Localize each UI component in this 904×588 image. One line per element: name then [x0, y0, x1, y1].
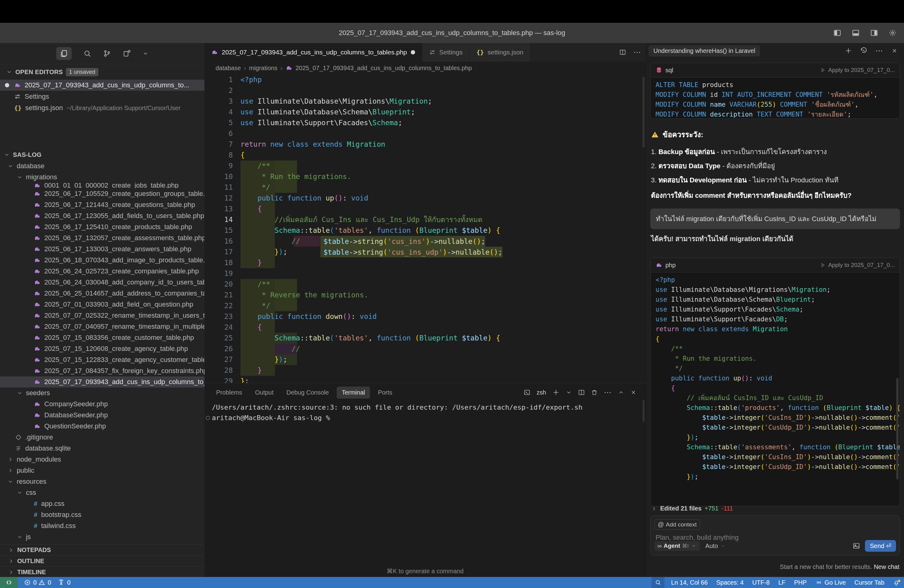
play-icon[interactable]	[820, 262, 826, 268]
gear-icon[interactable]	[889, 29, 897, 37]
tree-folder-resources[interactable]: resources	[0, 476, 204, 487]
tree-file-2025-07-15-083356-create-customer-table-php[interactable]: 2025_07_15_083356_create_customer_table.…	[0, 332, 204, 343]
breadcrumb-item[interactable]: 2025_07_17_093943_add_cus_ins_udp_column…	[296, 65, 472, 72]
tree-file-2025-06-17-133003-create-answers-table-php[interactable]: 2025_06_17_133003_create_answers_table.p…	[0, 243, 204, 254]
tree-file-2025-07-01-033903-add-field-on-question-php[interactable]: 2025_07_01_033903_add_field_on_question.…	[0, 299, 204, 310]
tree-file-2025-06-24-025723-create-companies-table-php[interactable]: 2025_06_24_025723_create_companies_table…	[0, 266, 204, 277]
panel-right-icon[interactable]	[870, 29, 878, 37]
status-cursor-tab[interactable]: Cursor Tab	[855, 579, 884, 586]
tree-folder-js[interactable]: js	[0, 531, 204, 542]
file-tree[interactable]: database migrations0001_01_01_000002_cre…	[0, 114, 204, 544]
magnifier-icon[interactable]	[654, 579, 661, 586]
tree-folder-public[interactable]: public	[0, 465, 204, 476]
status-language-mode[interactable]: PHP	[794, 579, 806, 586]
agent-mode-selector[interactable]: ∞Agent⌘I	[654, 541, 700, 551]
tree-file-2025-06-17-105529-create-question-groups-table-php[interactable]: 2025_06_17_105529_create_question_groups…	[0, 188, 204, 199]
chevron-down-icon[interactable]	[566, 389, 572, 395]
tree-file-2025-07-17-084357-fix-foreign-key-constraints-php[interactable]: 2025_07_17_084357_fix_foreign_key_constr…	[0, 365, 204, 376]
history-icon[interactable]	[860, 47, 868, 54]
edited-summary[interactable]: Edited 21 files+751-111	[651, 505, 733, 512]
tree-folder-css[interactable]: css	[0, 487, 204, 498]
status-indentation[interactable]: Spaces: 4	[716, 579, 744, 586]
status-search[interactable]	[651, 577, 664, 588]
status-eol[interactable]: LF	[778, 579, 785, 586]
tree-file-2025-07-07-025322-rename-timestamp-in-users-tab-[interactable]: 2025_07_07_025322_rename_timestamp_in_us…	[0, 310, 204, 321]
toolbar-search-icon[interactable]	[83, 49, 91, 57]
toolbar-explorer-icon[interactable]	[56, 47, 72, 60]
tab-settings-json[interactable]: {}settings.json	[469, 43, 530, 62]
layout-icon[interactable]	[123, 49, 131, 57]
chat-tab-title[interactable]: Understanding whereHas() in Laravel	[648, 45, 760, 57]
tree-file-2025-06-25-014657-add-address-to-companies-tabl-[interactable]: 2025_06_25_014657_add_address_to_compani…	[0, 288, 204, 299]
terminal-tab-ports[interactable]: Ports	[373, 387, 397, 398]
play-icon[interactable]	[820, 67, 826, 73]
terminal-tab-problems[interactable]: Problems	[211, 387, 247, 398]
more-icon[interactable]: ⋯	[876, 46, 883, 55]
terminal-tab-terminal[interactable]: Terminal	[337, 387, 370, 398]
remote-indicator[interactable]	[0, 577, 18, 588]
tree-file-2025-07-17-093943-add-cus-ins-udp-columns-to-ta-[interactable]: 2025_07_17_093943_add_cus_ins_udp_column…	[0, 376, 204, 387]
tab-migration-file[interactable]: 2025_07_17_093943_add_cus_ins_udp_column…	[204, 43, 422, 62]
section-notepads[interactable]: NOTEPADS	[0, 544, 204, 555]
breadcrumb-item[interactable]: database	[215, 65, 241, 72]
tree-folder-migrations[interactable]: migrations	[0, 172, 204, 183]
warning-icon[interactable]	[38, 579, 45, 586]
ports-indicator[interactable]: 0	[58, 579, 70, 586]
open-editors-header[interactable]: OPEN EDITORS1 unsaved	[6, 67, 98, 77]
split-editor-icon[interactable]	[578, 389, 585, 396]
status-cursor-position[interactable]: Ln 14, Col 66	[671, 579, 708, 586]
status-encoding[interactable]: UTF-8	[752, 579, 770, 586]
tree-file-2025-06-17-121443-create-questions-table-php[interactable]: 2025_06_17_121443_create_questions_table…	[0, 199, 204, 210]
terminal-scrollbar[interactable]	[643, 400, 645, 422]
tree-folder-database[interactable]: database	[0, 161, 204, 172]
toolbar-layout-icon[interactable]	[123, 49, 131, 57]
tab-settings[interactable]: Settings	[422, 43, 470, 62]
php-block-scrollbar[interactable]	[896, 378, 898, 479]
new-chat-button[interactable]: New chat	[874, 563, 899, 570]
trash-icon[interactable]	[591, 389, 598, 396]
breadcrumb[interactable]: database›migrations›2025_07_17_093943_ad…	[204, 62, 646, 74]
split-editor-icon[interactable]	[619, 49, 626, 56]
tree-file-database-sqlite[interactable]: database.sqlite	[0, 443, 204, 454]
editor-scrollbar[interactable]	[642, 77, 645, 148]
terminal-tab-output[interactable]: Output	[250, 387, 278, 398]
tree-file-2025-07-15-122833-create-agency-customer-table-p-[interactable]: 2025_07_15_122833_create_agency_customer…	[0, 354, 204, 365]
more-icon[interactable]: ⋯	[634, 48, 642, 57]
source-control-icon[interactable]	[103, 49, 111, 57]
chevron-right-icon[interactable]	[651, 506, 657, 512]
problems-warning-icon[interactable]: 0	[38, 579, 51, 586]
problems-error-icon[interactable]: 0	[24, 579, 36, 586]
search-icon[interactable]	[83, 49, 91, 57]
more-icon[interactable]: ⋯	[604, 388, 612, 397]
error-icon[interactable]	[24, 579, 31, 586]
tree-file-2025-06-24-030048-add-company-id-to-users-tabl-[interactable]: 2025_06_24_030048_add_company_id_to_user…	[0, 277, 204, 288]
notifications-bell[interactable]	[893, 579, 900, 586]
panel-bottom-icon[interactable]	[852, 29, 860, 37]
apply-button[interactable]: Apply to 2025_07_17_0...	[820, 262, 895, 269]
tree-file-databaseseeder-php[interactable]: DatabaseSeeder.php	[0, 409, 204, 421]
open-editor-item[interactable]: 2025_07_17_093943_add_cus_ins_udp_column…	[0, 80, 204, 91]
image-icon[interactable]	[853, 542, 860, 550]
open-editor-item[interactable]: {}settings.json~/Library/Application Sup…	[0, 103, 204, 114]
close-icon[interactable]	[631, 389, 637, 395]
status-go-live[interactable]: Go Live	[815, 579, 846, 586]
tree-file-app-js[interactable]: JSapp.js	[0, 542, 204, 544]
panel-left-icon[interactable]	[833, 29, 841, 37]
remote-icon[interactable]	[5, 579, 13, 586]
tree-folder-node-modules[interactable]: node_modules	[0, 454, 204, 465]
tree-file-0001-01-01-000002-create-jobs-table-php[interactable]: 0001_01_01_000002_create_jobs_table.php	[0, 183, 204, 188]
terminal-prompt[interactable]: aritach@MacBook-Air sas-log %	[204, 413, 330, 423]
open-editor-item[interactable]: Settings	[0, 91, 204, 102]
add-context-button[interactable]: @Add context	[654, 519, 700, 530]
tree-file-2025-06-17-125410-create-products-table-php[interactable]: 2025_06_17_125410_create_products_table.…	[0, 221, 204, 232]
chevron-up-icon[interactable]	[618, 389, 624, 395]
modified-dot-icon[interactable]	[411, 50, 415, 54]
terminal-tab-debug-console[interactable]: Debug Console	[282, 387, 334, 398]
tree-file-2025-07-07-040957-rename-timestamp-in-multiple-t-[interactable]: 2025_07_07_040957_rename_timestamp_in_mu…	[0, 321, 204, 332]
send-button[interactable]: Send ⏎	[865, 540, 896, 552]
chevron-down-icon[interactable]	[142, 51, 149, 57]
section-outline[interactable]: OUTLINE	[0, 555, 204, 566]
plus-icon[interactable]	[552, 389, 559, 396]
breadcrumb-item[interactable]: migrations	[249, 65, 277, 72]
tree-file-2025-07-15-120608-create-agency-table-php[interactable]: 2025_07_15_120608_create_agency_table.ph…	[0, 343, 204, 354]
